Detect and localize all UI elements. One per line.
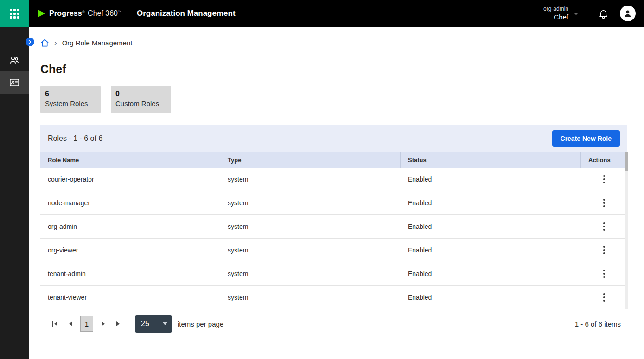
row-actions-kebab-button[interactable] — [599, 266, 610, 281]
role-type-cell: system — [220, 262, 401, 285]
table-row[interactable]: org-admin system Enabled — [40, 215, 627, 239]
table-row[interactable]: tenant-admin system Enabled — [40, 262, 627, 286]
app-launcher-button[interactable] — [0, 0, 29, 27]
pagination-first-button[interactable] — [47, 317, 63, 331]
brand-primary-text: Progress® — [49, 9, 85, 18]
table-row[interactable]: tenant-viewer system Enabled — [40, 286, 627, 309]
breadcrumb-home-link[interactable] — [40, 38, 49, 47]
prev-page-icon — [69, 321, 72, 326]
topbar-right: org-admin Chef — [534, 0, 644, 27]
user-icon — [623, 8, 633, 19]
stat-label: Custom Roles — [115, 100, 166, 107]
roles-table-card: Roles - 1 - 6 of 6 Create New Role Role … — [40, 125, 627, 338]
brand: Progress® Chef 360™ — [36, 8, 121, 19]
role-actions-cell — [581, 191, 627, 214]
pagination-page-1[interactable]: 1 — [80, 316, 93, 332]
chevron-right-icon — [27, 39, 32, 44]
pagination-next-button[interactable] — [95, 317, 111, 331]
org-switcher[interactable]: org-admin Chef — [534, 0, 589, 27]
pagination: 1 25 items per page 1 - 6 of 6 items — [40, 309, 627, 338]
role-name-cell: org-viewer — [40, 239, 220, 262]
stat-value: 6 — [45, 90, 96, 98]
create-new-role-button[interactable]: Create New Role — [552, 130, 620, 147]
table-row[interactable]: courier-operator system Enabled — [40, 168, 627, 191]
table-header-band: Roles - 1 - 6 of 6 Create New Role — [40, 125, 627, 152]
column-header-role-name[interactable]: Role Name — [40, 152, 220, 168]
topbar: Progress® Chef 360™ Organization Managem… — [0, 0, 644, 27]
role-type-cell: system — [220, 168, 401, 191]
table-scrollbar[interactable] — [625, 152, 628, 309]
page-size-value: 25 — [141, 320, 149, 328]
sidebar-expand-button[interactable] — [26, 38, 34, 46]
row-actions-kebab-button[interactable] — [599, 172, 610, 187]
pagination-last-button[interactable] — [111, 317, 127, 331]
role-status-cell: Enabled — [401, 239, 581, 262]
table-row[interactable]: node-manager system Enabled — [40, 191, 627, 215]
pagination-prev-button[interactable] — [63, 317, 78, 331]
org-switcher-text: org-admin Chef — [543, 5, 568, 22]
page-size-select[interactable]: 25 — [135, 315, 172, 333]
next-page-icon — [102, 321, 105, 326]
topbar-divider — [129, 7, 129, 19]
role-status-cell: Enabled — [401, 286, 581, 309]
pagination-range-label: 1 - 6 of 6 items — [575, 320, 621, 328]
role-badge-icon — [9, 77, 20, 88]
items-per-page-label: items per page — [178, 320, 223, 328]
role-actions-cell — [581, 286, 627, 309]
row-actions-kebab-button[interactable] — [599, 243, 610, 258]
last-page-icon — [116, 321, 120, 326]
stat-card-system-roles: 6 System Roles — [40, 86, 101, 113]
row-actions-kebab-button[interactable] — [599, 195, 610, 210]
bell-icon — [598, 8, 609, 19]
table-title: Roles - 1 - 6 of 6 — [48, 134, 102, 143]
role-name-cell: courier-operator — [40, 168, 220, 191]
role-type-cell: system — [220, 286, 401, 309]
table-column-headers: Role Name Type Status Actions — [40, 152, 627, 168]
table-row[interactable]: org-viewer system Enabled — [40, 239, 627, 262]
app-title: Organization Management — [137, 9, 236, 18]
grid-icon — [10, 9, 19, 19]
stat-card-custom-roles: 0 Custom Roles — [111, 86, 171, 113]
breadcrumb-link-org-role-management[interactable]: Org Role Management — [62, 39, 133, 47]
sidebar — [0, 27, 29, 359]
role-actions-cell — [581, 262, 627, 285]
role-status-cell: Enabled — [401, 215, 581, 238]
column-header-status[interactable]: Status — [401, 152, 581, 168]
row-actions-kebab-button[interactable] — [599, 290, 610, 305]
notifications-button[interactable] — [589, 0, 617, 27]
stat-value: 0 — [115, 90, 166, 98]
role-name-cell: tenant-admin — [40, 262, 220, 285]
user-avatar-button[interactable] — [620, 6, 636, 21]
role-status-cell: Enabled — [401, 168, 581, 191]
sidebar-item-users[interactable] — [0, 49, 29, 71]
role-actions-cell — [581, 168, 627, 191]
stat-label: System Roles — [45, 100, 96, 107]
role-type-cell: system — [220, 239, 401, 262]
column-header-type[interactable]: Type — [220, 152, 401, 168]
brand-secondary-text: Chef 360™ — [88, 9, 121, 18]
role-type-cell: system — [220, 215, 401, 238]
row-actions-kebab-button[interactable] — [599, 219, 610, 234]
table-body: courier-operator system Enabled node-man… — [40, 168, 627, 309]
scrollbar-thumb[interactable] — [625, 152, 628, 171]
role-actions-cell — [581, 239, 627, 262]
chevron-down-icon — [573, 10, 580, 17]
org-name-label: Chef — [554, 13, 568, 22]
home-icon — [40, 38, 49, 47]
org-role-label: org-admin — [543, 5, 568, 13]
role-actions-cell — [581, 215, 627, 238]
column-header-actions: Actions — [581, 152, 627, 168]
main-content: › Org Role Management Chef 6 System Role… — [29, 27, 644, 359]
role-name-cell: tenant-viewer — [40, 286, 220, 309]
role-name-cell: node-manager — [40, 191, 220, 214]
page-title: Chef — [40, 63, 627, 76]
first-page-icon — [52, 321, 53, 327]
progress-logo-icon — [36, 8, 46, 19]
caret-down-icon — [163, 322, 167, 325]
role-status-cell: Enabled — [401, 262, 581, 285]
breadcrumb-separator: › — [54, 39, 57, 47]
users-icon — [9, 55, 20, 66]
sidebar-item-roles[interactable] — [0, 71, 29, 94]
breadcrumb: › Org Role Management — [40, 38, 627, 47]
stats-row: 6 System Roles 0 Custom Roles — [40, 86, 627, 113]
